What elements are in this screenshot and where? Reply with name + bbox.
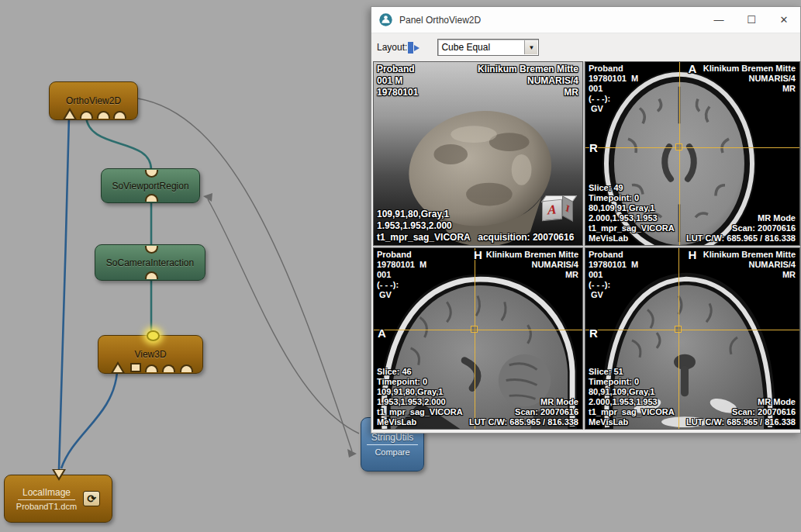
crosshair-horizontal [374,330,582,330]
site-info: Klinikum Bremen MitteNUMARIS/4MR [703,250,796,280]
crosshair-vertical [678,248,679,429]
patient-info: Proband19780101 M001(- - -): GV [377,250,426,300]
image-input-connector[interactable] [111,361,125,373]
minimize-button[interactable]: — [703,7,735,33]
inventor-input-connector[interactable] [97,111,110,119]
viewport-grid: Proband001 M19780101 Klinikum Bremen Mit… [373,61,800,430]
site-info: Klinikum Bremen MitteNUMARIS/4MR [703,64,796,94]
mode-info: MR ModeScan: 20070616LUT C/W: 685.965 / … [686,397,796,427]
crosshair-center[interactable] [675,143,682,150]
layout-combobox[interactable]: Cube Equal ▼ [437,39,539,56]
node-localimage[interactable]: LocalImage ProbandT1.dcm ⟳ [4,475,112,523]
panel-window: Panel OrthoView2D — ☐ ✕ Layout: Cube Equ… [371,6,801,434]
patient-info: Proband19780101 M001(- - -): GV [589,64,638,114]
site-info: Klinikum Bremen MitteNUMARIS/4MR [486,250,578,280]
crosshair-vertical [679,62,680,245]
field-sync-icon[interactable] [408,42,420,54]
maximize-button[interactable]: ☐ [735,7,768,33]
patient-info: Proband19780101 M001(- - -): GV [589,250,638,300]
inventor-input-connector[interactable] [180,364,193,372]
orientation-side-label: R [589,328,598,338]
orientation-side-label: R [589,143,598,153]
inventor-input-connector[interactable] [145,246,158,254]
crosshair-center[interactable] [675,326,682,333]
node-label: SoCameraInteraction [106,257,194,268]
viewport-coronal[interactable]: Proband19780101 M001(- - -): GV Klinikum… [585,247,800,430]
orientation-top-label: H [689,250,697,260]
orientation-side-label: A [378,328,386,338]
inventor-input-connector[interactable] [145,364,158,372]
node-view3d[interactable]: View3D [98,335,203,374]
crosshair-center[interactable] [471,326,478,333]
image-input-connector[interactable] [63,108,77,119]
inventor-output-connector[interactable] [145,194,158,202]
orientation-top-label: A [689,64,697,74]
inventor-output-connector[interactable] [145,271,158,279]
base-input-connector[interactable] [130,363,141,372]
slice-status: Slice: 51Timepoint: 080,91,109,Gray,12.0… [589,367,675,427]
layout-label: Layout: [377,42,407,53]
slice-status: Slice: 46Timepoint: 0109,91,80,Gray,11.9… [377,367,463,427]
orientation-cube-front-label: A [542,199,562,222]
crosshair-horizontal [585,330,799,330]
inventor-input-connector[interactable] [162,364,175,372]
viewport-axial[interactable]: Proband19780101 M001(- - -): GV Klinikum… [585,61,800,246]
slice-status: Slice: 49Timepoint: 080,109,91,Gray,12.0… [589,183,675,244]
mode-info: MR ModeScan: 20070616LUT C/W: 685.965 / … [469,397,578,427]
panel-toolbar: Layout: Cube Equal ▼ [371,33,800,61]
network-canvas: OrthoView2D SoViewportRegion SoCameraInt… [0,0,801,532]
inventor-input-connector[interactable] [145,170,158,178]
viewport-sagittal[interactable]: Proband19780101 M001(- - -): GV Klinikum… [373,247,583,430]
dropdown-arrow-icon[interactable]: ▼ [524,40,537,54]
node-operation: Compare [375,447,409,457]
close-button[interactable]: ✕ [768,7,800,33]
mode-info: MR ModeScan: 20070616LUT C/W: 685.965 / … [686,213,796,244]
layout-selected-value: Cube Equal [438,40,493,55]
inventor-input-connector[interactable] [80,111,93,119]
patient-info: Proband001 M19780101 [377,64,418,98]
window-title: Panel OrthoView2D [399,15,481,26]
mevislab-logo-icon [379,13,392,26]
orientation-cube-icon[interactable]: A I [542,195,576,222]
orientation-top-label: H [474,250,482,260]
node-label: View3D [134,349,166,360]
site-info: Klinikum Bremen MitteNUMARIS/4MR [478,64,578,98]
node-label: OrthoView2D [66,95,121,106]
inventor-input-connector[interactable] [113,111,126,119]
inventor-input-connector-highlighted[interactable] [147,330,160,341]
window-titlebar[interactable]: Panel OrthoView2D — ☐ ✕ [371,7,800,33]
crosshair-horizontal [585,147,799,148]
image-output-connector[interactable] [52,469,66,481]
node-filename: ProbandT1.dcm [16,502,77,511]
reload-icon[interactable]: ⟳ [83,491,100,506]
node-label: StringUtils [367,432,419,445]
node-orthoview2d[interactable]: OrthoView2D [49,81,138,120]
node-socamerainteraction[interactable]: SoCameraInteraction [95,244,205,281]
node-soviewportregion[interactable]: SoViewportRegion [101,168,200,203]
node-label: SoViewportRegion [112,181,188,192]
node-label: LocalImage [18,487,75,500]
viewport-3d-render[interactable]: Proband001 M19780101 Klinikum Bremen Mit… [373,61,583,246]
